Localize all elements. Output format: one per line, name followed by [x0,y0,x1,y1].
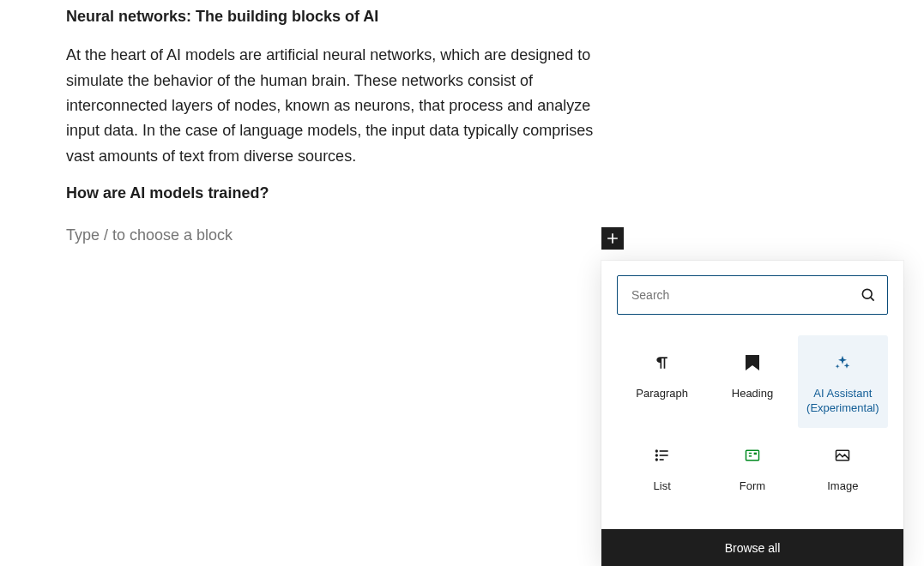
block-option-form[interactable]: Form [707,428,797,514]
block-option-image[interactable]: Image [798,428,888,514]
paragraph-body[interactable]: At the heart of AI models are artificial… [66,43,618,169]
form-icon [744,443,761,467]
heading-icon [746,351,759,375]
svg-point-6 [655,455,657,456]
block-label: Paragraph [636,387,688,401]
block-label: List [654,479,671,494]
svg-point-0 [862,289,872,298]
block-grid: Paragraph Heading AI Assistant (Experime… [601,322,903,529]
search-input[interactable] [630,287,860,303]
browse-all-button[interactable]: Browse all [601,529,903,566]
list-icon [654,443,671,467]
svg-rect-11 [754,452,757,455]
block-option-paragraph[interactable]: Paragraph [617,335,707,428]
add-block-button[interactable] [601,227,624,250]
plus-icon [604,230,621,247]
image-icon [834,443,851,467]
block-label: AI Assistant [813,387,872,401]
block-placeholder[interactable]: Type / to choose a block [66,226,233,244]
block-option-heading[interactable]: Heading [707,335,797,428]
svg-line-1 [871,298,874,301]
block-option-list[interactable]: List [617,428,707,514]
paragraph-icon [654,351,671,375]
block-label: Heading [732,387,773,401]
heading-neural-networks[interactable]: Neural networks: The building blocks of … [66,6,618,27]
search-icon [860,286,877,304]
block-inserter-popover: Paragraph Heading AI Assistant (Experime… [601,261,903,566]
sparkle-icon [834,351,851,375]
block-label: Form [740,479,765,494]
svg-point-7 [655,459,657,461]
svg-point-5 [655,450,657,452]
block-sublabel: (Experimental) [806,401,879,416]
svg-rect-8 [746,450,758,461]
search-box[interactable] [617,275,888,315]
editor-content: Neural networks: The building blocks of … [0,0,618,244]
block-option-ai-assistant[interactable]: AI Assistant (Experimental) [798,335,888,428]
block-label: Image [827,479,858,494]
heading-how-trained[interactable]: How are AI models trained? [66,184,618,202]
